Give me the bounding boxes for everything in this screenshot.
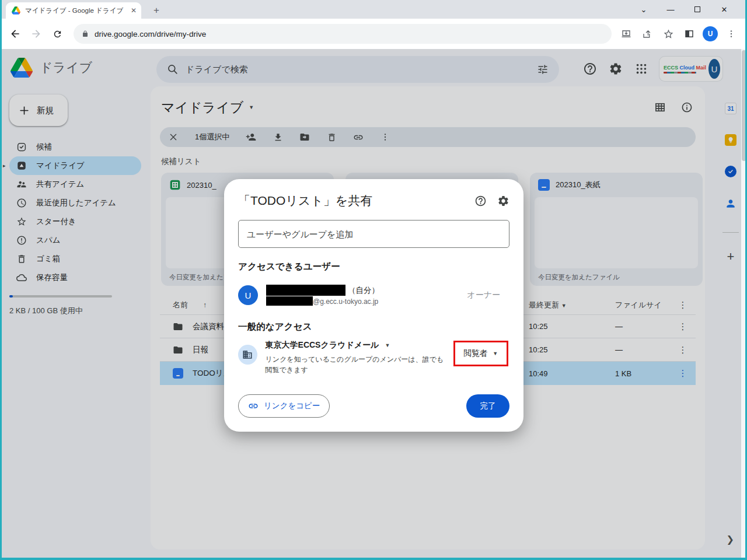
close-button[interactable]: ✕: [711, 2, 738, 16]
dialog-settings-gear-icon[interactable]: [497, 195, 509, 207]
tab-title: マイドライブ - Google ドライブ: [25, 6, 126, 15]
tab-strip: マイドライブ - Google ドライブ ✕ + ⌄ — ✕: [0, 0, 747, 19]
browser-window: マイドライブ - Google ドライブ ✕ + ⌄ — ✕ drive.goo…: [0, 0, 747, 49]
window-menu-chevron-icon[interactable]: ⌄: [630, 2, 657, 16]
done-button[interactable]: 完了: [466, 394, 509, 418]
share-dialog: 「TODOリスト」を共有 アクセスできるユーザー U （自分） @g.ecc.u…: [224, 179, 523, 432]
scrollbar-thumb[interactable]: [742, 50, 746, 161]
dialog-help-icon[interactable]: [474, 195, 487, 207]
forward-icon[interactable]: [27, 24, 46, 43]
copy-link-button[interactable]: リンクをコピー: [238, 394, 330, 418]
url-text: drive.google.com/drive/my-drive: [95, 30, 206, 38]
owner-row[interactable]: U （自分） @g.ecc.u-tokyo.ac.jp オーナー: [238, 281, 509, 310]
organization-building-icon: [238, 345, 257, 365]
browser-tab[interactable]: マイドライブ - Google ドライブ ✕: [6, 2, 141, 19]
back-icon[interactable]: [6, 24, 25, 43]
general-access-row: 東京大学ECCSクラウドメール▼ リンクを知っているこのグループのメンバーは、誰…: [238, 340, 509, 374]
maximize-button[interactable]: [684, 2, 711, 16]
browser-toolbar: drive.google.com/drive/my-drive U: [0, 19, 747, 49]
install-icon[interactable]: [619, 26, 634, 41]
reload-icon[interactable]: [48, 24, 67, 43]
owner-role-label: オーナー: [467, 290, 509, 300]
lock-icon: [82, 30, 89, 37]
share-icon[interactable]: [640, 26, 655, 41]
browser-menu-kebab-icon[interactable]: [724, 26, 739, 41]
drive-app: ドライブ ドライブで検索 ECCS Cloud Mail U 新規 候補: [0, 49, 747, 558]
chevron-right-icon[interactable]: ❯: [727, 534, 734, 545]
owner-avatar: U: [238, 285, 258, 305]
copy-link-label: リンクをコピー: [264, 401, 320, 411]
general-access-heading: 一般的なアクセス: [238, 321, 509, 333]
redacted-email: [266, 296, 313, 306]
access-users-heading: アクセスできるユーザー: [238, 261, 509, 273]
chevron-down-icon: ▼: [385, 342, 390, 348]
add-people-input[interactable]: [238, 220, 509, 248]
dialog-title: 「TODOリスト」を共有: [238, 192, 372, 209]
new-tab-button[interactable]: +: [149, 4, 163, 18]
redacted-name: [266, 285, 345, 296]
group-access-dropdown[interactable]: 東京大学ECCSクラウドメール▼: [266, 340, 445, 351]
bookmark-star-icon[interactable]: [661, 26, 676, 41]
owner-email-suffix: @g.ecc.u-tokyo.ac.jp: [313, 298, 378, 306]
owner-self-label: （自分）: [348, 285, 379, 296]
page-scrollbar[interactable]: [741, 49, 747, 558]
link-icon: [248, 401, 259, 411]
drive-favicon-icon: [12, 6, 20, 15]
browser-avatar[interactable]: U: [703, 26, 718, 41]
chevron-down-icon: ▼: [493, 351, 498, 356]
url-bar[interactable]: drive.google.com/drive/my-drive: [74, 24, 612, 44]
viewer-role-label: 閲覧者: [464, 348, 488, 359]
viewer-role-dropdown-highlighted[interactable]: 閲覧者 ▼: [453, 341, 508, 366]
minimize-button[interactable]: —: [657, 2, 684, 16]
group-access-description: リンクを知っているこのグループのメンバーは、誰でも閲覧できます: [266, 355, 444, 374]
tab-close-icon[interactable]: ✕: [131, 6, 137, 15]
side-panel-icon[interactable]: [682, 26, 697, 41]
